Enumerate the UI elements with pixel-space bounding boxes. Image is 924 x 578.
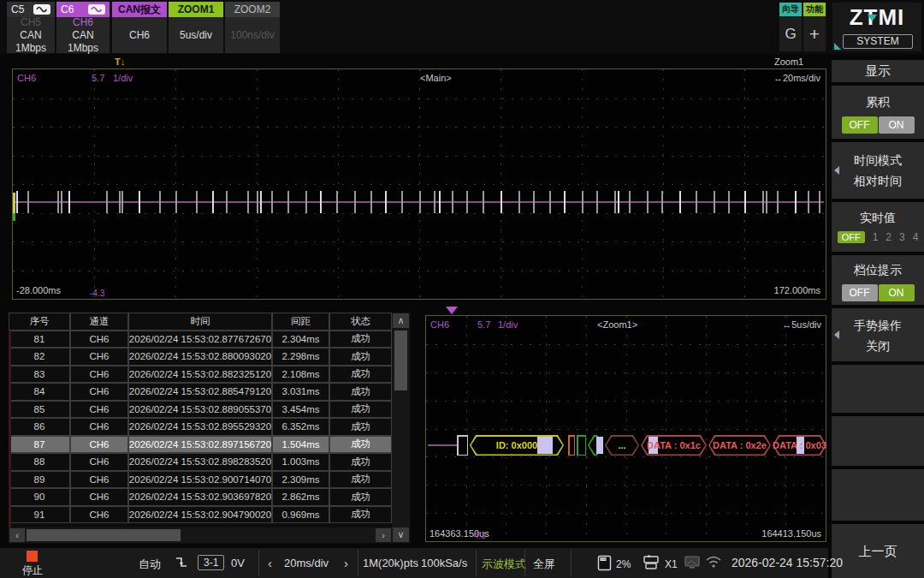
table-row[interactable]: 82CH62026/02/24 15:53:02.8800930202.298m… xyxy=(9,348,411,366)
scroll-down-button[interactable]: ∨ xyxy=(393,527,409,542)
gear-hint-toggle[interactable]: OFF ON xyxy=(832,284,924,301)
can-frame-tick xyxy=(260,191,262,213)
wifi-icon[interactable] xyxy=(705,556,722,569)
trigger-position-marker[interactable]: T↓ xyxy=(115,57,125,67)
tab-zoom2-info[interactable]: 100ns/div xyxy=(225,17,280,53)
plot-title: <Main> xyxy=(420,73,452,83)
trigger-source-badge[interactable]: 3-1 xyxy=(198,555,224,570)
table-row[interactable]: 84CH62026/02/24 15:53:02.8854791203.031m… xyxy=(9,383,411,401)
horizontal-scrollbar[interactable]: ‹ › xyxy=(9,527,392,543)
panel-realtime-value: 实时值 OFF 1 2 3 4 xyxy=(832,202,924,252)
cursor-value: -4.3 xyxy=(90,289,104,298)
storage-icon[interactable]: 150 xyxy=(597,555,612,571)
table-cell: 2.862ms xyxy=(272,488,329,506)
table-row[interactable]: 87CH62026/02/24 15:53:02.8971567201.504m… xyxy=(9,436,411,454)
can-frame-tick xyxy=(696,191,697,213)
trigger-mode-label[interactable]: 自动 xyxy=(139,557,161,572)
main-waveform-plot[interactable]: CH6 5.7 1/div <Main> ↔20ms/div -28.000ms… xyxy=(12,69,826,300)
table-cell: 2026/02/24 15:53:02.885479120 xyxy=(128,383,272,401)
tab-zoom1-info[interactable]: 5us/div xyxy=(169,17,223,53)
decode-segment-label: DATA : 0x03 xyxy=(773,435,826,456)
scale-unit: 1/div xyxy=(498,319,518,330)
realtime-off-button[interactable]: OFF xyxy=(838,231,865,243)
zoom-position-marker[interactable] xyxy=(446,307,458,314)
fullscreen-button[interactable]: 全屏 xyxy=(533,557,555,572)
gear-hint-on-button[interactable]: ON xyxy=(879,284,915,301)
table-row[interactable]: 88CH62026/02/24 15:53:02.8982835201.003m… xyxy=(9,453,411,471)
realtime-option-1[interactable]: 1 xyxy=(873,231,879,243)
table-cell: 成功 xyxy=(329,383,392,401)
prev-page-button[interactable]: 上一页 xyxy=(832,524,924,578)
scroll-right-button[interactable]: › xyxy=(376,528,391,542)
table-row[interactable]: 90CH62026/02/24 15:53:02.9036978202.862m… xyxy=(9,488,411,506)
timebase-value[interactable]: 20ms/div xyxy=(284,557,329,569)
can-frame-tick xyxy=(518,191,520,213)
decode-segment-label: DATA : 0x1c xyxy=(641,435,707,456)
accumulate-toggle[interactable]: OFF ON xyxy=(832,116,924,134)
system-button[interactable]: SYSTEM xyxy=(843,34,913,49)
tab-zoom2[interactable]: ZOOM2 100ns/div xyxy=(225,2,280,53)
tab-c6[interactable]: C6 CH6 CAN 1Mbps xyxy=(56,2,110,53)
falling-edge-trigger-icon[interactable] xyxy=(174,555,189,570)
table-row[interactable]: 91CH62026/02/24 15:53:02.9047900200.969m… xyxy=(9,506,411,524)
vertical-scroll-thumb[interactable] xyxy=(394,331,407,390)
table-left-indicator xyxy=(9,331,11,527)
tab-can-info[interactable]: CH6 xyxy=(112,17,167,53)
horizontal-scroll-thumb[interactable] xyxy=(27,529,181,541)
timebase-label: ↔5us/div xyxy=(782,319,821,330)
table-cell: 成功 xyxy=(329,418,392,436)
can-frame-tick xyxy=(287,191,289,213)
display-icon[interactable] xyxy=(684,555,701,570)
panel-empty-2 xyxy=(832,416,924,466)
table-row[interactable]: 81CH62026/02/24 15:53:02.8776726702.304m… xyxy=(9,331,411,349)
wizard-button[interactable]: 向导 G xyxy=(779,3,802,51)
can-frame-tick xyxy=(27,191,29,213)
can-frame-tick xyxy=(762,191,764,213)
panel-time-mode[interactable]: 时间模式 相对时间 xyxy=(832,142,924,199)
trigger-level-label[interactable]: 0V xyxy=(231,557,245,569)
function-button[interactable]: 功能 + xyxy=(803,3,826,51)
table-cell: CH6 xyxy=(70,436,128,454)
timebase-next-button[interactable]: › xyxy=(344,556,348,570)
can-frame-tick xyxy=(370,191,372,213)
run-state-label[interactable]: 停止 xyxy=(13,563,52,578)
table-row[interactable]: 89CH62026/02/24 15:53:02.9007140702.309m… xyxy=(9,471,411,489)
can-frame-tick xyxy=(500,191,502,213)
realtime-option-3[interactable]: 3 xyxy=(899,231,905,243)
scope-mode-label[interactable]: 示波模式 xyxy=(482,557,526,572)
printer-icon[interactable] xyxy=(643,555,660,570)
expand-left-arrow-icon xyxy=(834,331,839,339)
tab-c6-info[interactable]: CH6 CAN 1Mbps xyxy=(56,17,110,53)
scroll-left-button[interactable]: ‹ xyxy=(9,528,25,542)
oscilloscope-screen: C5 CH5 CAN 1Mbps C6 CH6 CAN 1Mbps CAN报文 … xyxy=(0,0,924,578)
can-frame-tick xyxy=(320,191,322,213)
gear-hint-off-button[interactable]: OFF xyxy=(842,284,878,301)
decode-segment-stuff-orange xyxy=(568,435,575,456)
accumulate-off-button[interactable]: OFF xyxy=(842,116,878,134)
vertical-scrollbar[interactable]: ∧ ∨ xyxy=(392,313,410,543)
tab-can-message[interactable]: CAN报文 CH6 xyxy=(112,2,167,53)
zoom1-waveform-plot[interactable]: ID: 0x000...DATA : 0x1cDATA : 0x2eDATA :… xyxy=(425,315,826,542)
scroll-up-button[interactable]: ∧ xyxy=(393,313,409,328)
cursor-value: 4.3 xyxy=(474,531,486,540)
brand-block: ZTMI SYSTEM xyxy=(832,3,921,51)
realtime-option-4[interactable]: 4 xyxy=(913,231,919,243)
timebase-prev-button[interactable]: ‹ xyxy=(268,556,272,570)
tab-c5-info[interactable]: CH5 CAN 1Mbps xyxy=(7,17,55,53)
tab-c5[interactable]: C5 CH5 CAN 1Mbps xyxy=(7,2,55,53)
panel-gesture[interactable]: 手势操作 关闭 xyxy=(832,308,924,361)
table-cell: 成功 xyxy=(329,366,392,384)
table-row[interactable]: 85CH62026/02/24 15:53:02.8890553703.454m… xyxy=(9,401,411,419)
record-points-label: 1M(20k)pts xyxy=(363,557,418,569)
table-row[interactable]: 86CH62026/02/24 15:53:02.8955293206.352m… xyxy=(9,418,411,436)
can-frame-tick xyxy=(564,191,566,213)
edge-marker-yellow xyxy=(13,193,15,213)
sidebar-title-panel: 显示 xyxy=(832,60,924,82)
can-frame-tick xyxy=(795,191,797,213)
table-cell: 2026/02/24 15:53:02.877672670 xyxy=(128,331,272,349)
accumulate-on-button[interactable]: ON xyxy=(879,116,915,134)
can-frame-tick xyxy=(434,191,435,213)
table-row[interactable]: 83CH62026/02/24 15:53:02.8823251202.108m… xyxy=(9,366,411,384)
tab-zoom1[interactable]: ZOOM1 5us/div xyxy=(169,2,223,53)
realtime-option-2[interactable]: 2 xyxy=(886,231,891,243)
